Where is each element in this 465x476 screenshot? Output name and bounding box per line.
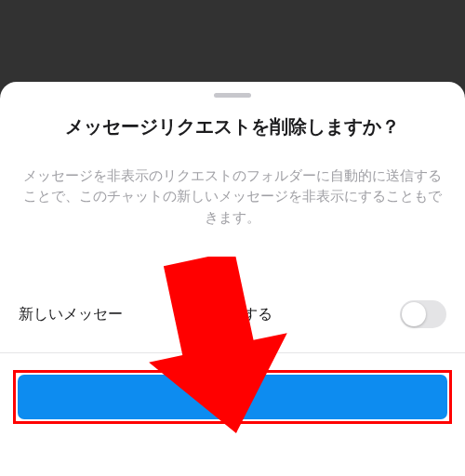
toggle-row: 新しいメッセー 表示にする	[0, 300, 465, 352]
delete-button[interactable]: 削除	[18, 375, 447, 419]
dialog-subtitle: メッセージを非表示のリクエストのフォルダーに自動的に送信することで、このチャット…	[0, 165, 465, 300]
delete-button-label: 削除	[217, 387, 248, 408]
toggle-knob	[402, 302, 426, 326]
highlight-box: 削除	[13, 370, 452, 424]
toggle-label: 新しいメッセー 表示にする	[19, 305, 272, 324]
hide-messages-toggle[interactable]	[400, 300, 446, 328]
dialog-title: メッセージリクエストを削除しますか？	[0, 114, 465, 165]
divider	[0, 352, 465, 353]
sheet-grabber[interactable]	[214, 93, 251, 98]
action-sheet: メッセージリクエストを削除しますか？ メッセージを非表示のリクエストのフォルダー…	[0, 82, 465, 476]
